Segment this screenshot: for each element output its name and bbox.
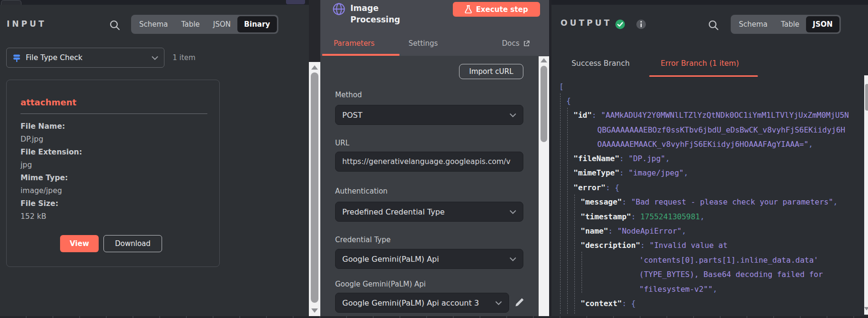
globe-icon xyxy=(332,2,346,16)
tab-table[interactable]: Table xyxy=(174,16,206,32)
tab-binary[interactable]: Binary xyxy=(237,16,277,32)
json-line: "timestamp": 1755241305981, xyxy=(581,210,705,224)
json-line: OAAAAAAEMAACK_v8vyhFjS6EKiidyj6HOAAAFAgY… xyxy=(597,137,813,152)
file-name-value: DP.jpg xyxy=(20,133,82,146)
authentication-select[interactable]: Predefined Credential Type xyxy=(335,202,523,222)
file-size-value: 152 kB xyxy=(20,210,82,223)
input-panel-title: INPUT xyxy=(7,19,46,29)
method-label: Method xyxy=(335,91,362,99)
node-panel-scrollbar[interactable] xyxy=(539,56,549,316)
json-line: "description": "Invalid value at xyxy=(581,238,727,253)
json-line: "filesystem-v2"", xyxy=(639,282,717,297)
tab-schema[interactable]: Schema xyxy=(133,16,174,32)
mime-type-label: Mime Type: xyxy=(20,172,82,185)
credential-type-select[interactable]: Google Gemini(PaLM) Api xyxy=(335,249,523,269)
url-input[interactable]: https://generativelanguage.googleapis.co… xyxy=(335,152,523,172)
method-select[interactable]: POST xyxy=(335,105,523,125)
external-link-icon xyxy=(523,40,530,47)
execute-step-button[interactable]: Execute step xyxy=(453,2,540,17)
edit-pencil-icon[interactable] xyxy=(514,297,525,308)
canvas-bottom-strip xyxy=(0,316,868,318)
scroll-down-arrow[interactable] xyxy=(864,307,868,310)
binary-meta-list: File Name: DP.jpg File Extension: jpg Mi… xyxy=(20,120,82,223)
scroll-up-arrow[interactable] xyxy=(311,65,318,70)
json-line: "name": "NodeApiError", xyxy=(581,224,686,238)
file-extension-label: File Extension: xyxy=(20,146,82,159)
canvas-top-strip xyxy=(0,0,320,5)
tab-json[interactable]: JSON xyxy=(206,16,237,32)
scroll-down-arrow[interactable] xyxy=(311,308,318,313)
node-header: Image Processing Execute step Parameters… xyxy=(320,0,549,56)
json-line: QBGAAAAAAAEBOzf0ssKTbv6jbdU_eDsBwCK_v8vy… xyxy=(597,123,845,137)
mime-type-value: image/jpeg xyxy=(20,185,82,197)
json-output-view[interactable]: [{"id": "AAMkADU4Y2Y0MWNlLTZlYzQtNDk0OC1… xyxy=(557,0,867,316)
binary-key: attachment xyxy=(20,97,76,107)
chevron-down-icon xyxy=(510,257,516,261)
chevron-down-icon xyxy=(510,210,516,214)
flask-icon xyxy=(465,5,472,13)
output-scrollbar[interactable] xyxy=(864,75,868,315)
input-scrollbar[interactable] xyxy=(309,62,320,316)
json-line: "id": "AAMkADU4Y2Y0MWNlLTZlYzQtNDk0OC1iY… xyxy=(573,108,849,123)
n8n-node-detail-view: INPUT Schema Table JSON Binary File Type… xyxy=(0,0,868,318)
search-icon[interactable] xyxy=(109,19,121,31)
scrollbar-thumb[interactable] xyxy=(311,72,318,303)
scrollbar-thumb[interactable] xyxy=(865,84,868,111)
chevron-down-icon xyxy=(510,113,516,117)
credential-type-label: Credential Type xyxy=(335,236,390,244)
input-source-select[interactable]: File Type Check xyxy=(6,48,164,68)
input-view-tabs: Schema Table JSON Binary xyxy=(131,15,278,34)
json-line: "fileName": "DP.jpg", xyxy=(573,152,670,166)
authentication-label: Authentication xyxy=(335,187,388,195)
chevron-down-icon xyxy=(495,301,502,305)
scroll-up-arrow[interactable] xyxy=(541,58,547,62)
canvas-background-tab xyxy=(1,0,21,5)
json-line: 'contents[0].parts[1].inline_data.data' xyxy=(639,253,818,267)
file-size-label: File Size: xyxy=(20,197,82,210)
credential-select[interactable]: Google Gemini(PaLM) Api account 3 xyxy=(335,293,509,313)
json-line: { xyxy=(566,94,571,108)
json-line: (TYPE_BYTES), Base64 decoding failed for xyxy=(639,267,823,282)
divider xyxy=(20,113,207,114)
binary-data-card: attachment File Name: DP.jpg File Extens… xyxy=(6,80,220,267)
tab-settings[interactable]: Settings xyxy=(408,39,438,48)
view-button[interactable]: View xyxy=(60,235,99,252)
tab-docs[interactable]: Docs xyxy=(502,39,530,48)
input-items-count: 1 item xyxy=(173,53,195,62)
node-title: Image Processing xyxy=(350,2,460,25)
canvas-node-edge xyxy=(286,0,305,4)
input-panel: INPUT Schema Table JSON Binary File Type… xyxy=(0,5,309,316)
tab-parameters[interactable]: Parameters xyxy=(334,39,375,48)
json-line: [ xyxy=(559,80,564,94)
json-line: "mimeType": "image/jpeg", xyxy=(573,166,688,180)
json-line: "message": "Bad request - please check y… xyxy=(581,195,837,209)
credential-label: Google Gemini(PaLM) Api xyxy=(335,280,426,288)
node-settings-panel: Image Processing Execute step Parameters… xyxy=(320,0,549,318)
file-name-label: File Name: xyxy=(20,120,82,133)
file-extension-value: jpg xyxy=(20,159,82,172)
scrollbar-thumb[interactable] xyxy=(541,66,547,142)
filter-node-icon xyxy=(12,53,21,62)
json-line: "error": { xyxy=(573,181,619,195)
download-button[interactable]: Download xyxy=(103,235,162,252)
active-tab-underline xyxy=(322,54,399,56)
url-label: URL xyxy=(335,139,349,147)
import-curl-button[interactable]: Import cURL xyxy=(459,64,523,79)
input-source-label: File Type Check xyxy=(26,53,82,62)
chevron-down-icon xyxy=(152,56,158,60)
json-line: "context": { xyxy=(581,297,636,311)
